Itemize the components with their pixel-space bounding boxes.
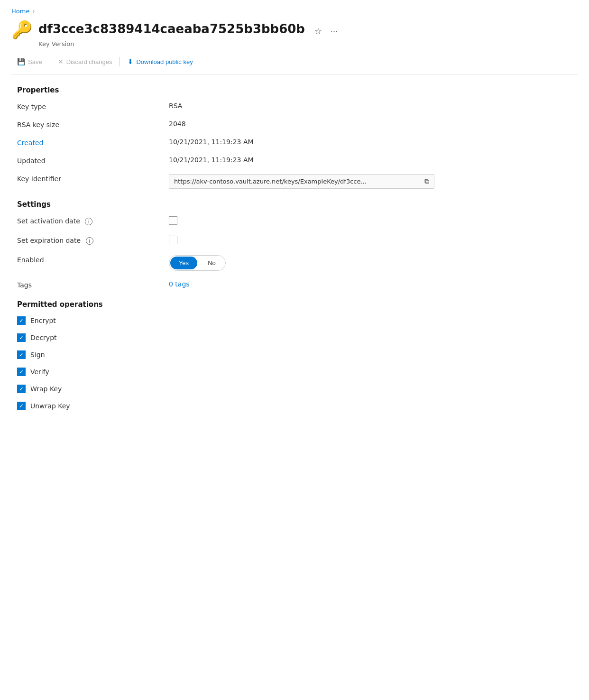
toolbar-separator bbox=[50, 57, 50, 66]
operation-checkbox[interactable] bbox=[17, 402, 26, 410]
created-label: Created bbox=[17, 138, 169, 147]
save-label: Save bbox=[28, 58, 42, 65]
rsa-key-size-label: RSA key size bbox=[17, 120, 169, 129]
discard-label: Discard changes bbox=[66, 58, 112, 65]
enabled-toggle[interactable]: Yes No bbox=[169, 255, 572, 271]
expiration-date-row: Set expiration date i bbox=[17, 236, 572, 246]
expiration-date-info-icon: i bbox=[86, 237, 93, 245]
tags-value[interactable]: 0 tags bbox=[169, 280, 572, 288]
breadcrumb: Home › bbox=[11, 8, 578, 15]
tags-row: Tags 0 tags bbox=[17, 280, 572, 289]
operation-item: Sign bbox=[17, 350, 572, 359]
created-value: 10/21/2021, 11:19:23 AM bbox=[169, 138, 572, 146]
activation-date-checkbox[interactable] bbox=[169, 216, 572, 226]
operation-item: Verify bbox=[17, 368, 572, 376]
save-icon: 💾 bbox=[17, 58, 25, 65]
updated-label: Updated bbox=[17, 156, 169, 165]
header-text: df3cce3c8389414caeaba7525b3bb60b ☆ ··· K… bbox=[38, 20, 340, 47]
activation-date-row: Set activation date i bbox=[17, 216, 572, 226]
page-title: df3cce3c8389414caeaba7525b3bb60b bbox=[38, 22, 305, 37]
created-row: Created 10/21/2021, 11:19:23 AM bbox=[17, 138, 572, 147]
operation-label: Encrypt bbox=[30, 317, 56, 324]
operation-item: Decrypt bbox=[17, 333, 572, 342]
key-identifier-value: https://akv-contoso.vault.azure.net/keys… bbox=[169, 174, 572, 189]
identifier-box: https://akv-contoso.vault.azure.net/keys… bbox=[169, 174, 434, 189]
operation-item: Encrypt bbox=[17, 316, 572, 325]
activation-date-label: Set activation date i bbox=[17, 216, 169, 225]
operation-checkbox[interactable] bbox=[17, 316, 26, 325]
operations-list: EncryptDecryptSignVerifyWrap KeyUnwrap K… bbox=[17, 316, 572, 410]
expiration-date-label: Set expiration date i bbox=[17, 236, 169, 245]
operation-item: Unwrap Key bbox=[17, 402, 572, 410]
operation-label: Wrap Key bbox=[30, 385, 62, 393]
operation-checkbox[interactable] bbox=[17, 385, 26, 393]
toolbar: 💾 Save ✕ Discard changes ⬇ Download publ… bbox=[11, 55, 578, 74]
download-public-key-button[interactable]: ⬇ Download public key bbox=[122, 55, 198, 68]
permitted-operations-title: Permitted operations bbox=[17, 300, 572, 309]
content: Properties Key type RSA RSA key size 204… bbox=[11, 86, 578, 410]
more-options-button[interactable]: ··· bbox=[329, 25, 340, 38]
key-identifier-row: Key Identifier https://akv-contoso.vault… bbox=[17, 174, 572, 189]
enabled-toggle-group: Yes No bbox=[169, 255, 226, 271]
settings-section-title: Settings bbox=[17, 200, 572, 209]
copy-identifier-button[interactable]: ⧉ bbox=[424, 177, 429, 185]
download-label: Download public key bbox=[136, 58, 193, 65]
rsa-key-size-row: RSA key size 2048 bbox=[17, 120, 572, 129]
enabled-label: Enabled bbox=[17, 255, 169, 264]
rsa-key-size-value: 2048 bbox=[169, 120, 572, 128]
activation-date-info-icon: i bbox=[85, 218, 92, 225]
enabled-row: Enabled Yes No bbox=[17, 255, 572, 271]
expiration-date-checkbox-input[interactable] bbox=[169, 236, 177, 244]
header-actions: ☆ ··· bbox=[313, 24, 340, 38]
key-type-row: Key type RSA bbox=[17, 102, 572, 111]
key-type-label: Key type bbox=[17, 102, 169, 111]
key-type-value: RSA bbox=[169, 102, 572, 110]
identifier-text: https://akv-contoso.vault.azure.net/keys… bbox=[174, 178, 421, 185]
properties-section-title: Properties bbox=[17, 86, 572, 94]
save-button[interactable]: 💾 Save bbox=[11, 55, 48, 68]
enabled-no-button[interactable]: No bbox=[198, 257, 225, 269]
pin-icon: ☆ bbox=[314, 27, 322, 36]
expiration-date-checkbox[interactable] bbox=[169, 236, 572, 246]
page-header: 🔑 df3cce3c8389414caeaba7525b3bb60b ☆ ···… bbox=[11, 20, 578, 47]
tags-link[interactable]: 0 tags bbox=[169, 280, 190, 288]
enabled-yes-button[interactable]: Yes bbox=[170, 257, 197, 269]
discard-icon: ✕ bbox=[58, 58, 64, 65]
operation-label: Decrypt bbox=[30, 334, 57, 341]
updated-row: Updated 10/21/2021, 11:19:23 AM bbox=[17, 156, 572, 165]
more-icon: ··· bbox=[331, 27, 338, 36]
key-identifier-label: Key Identifier bbox=[17, 174, 169, 183]
pin-button[interactable]: ☆ bbox=[313, 24, 324, 38]
download-icon: ⬇ bbox=[128, 58, 133, 65]
tags-label: Tags bbox=[17, 280, 169, 289]
discard-button[interactable]: ✕ Discard changes bbox=[52, 55, 118, 68]
toolbar-separator-2 bbox=[120, 57, 120, 66]
breadcrumb-separator: › bbox=[32, 8, 35, 15]
operation-label: Verify bbox=[30, 368, 49, 376]
operation-checkbox[interactable] bbox=[17, 350, 26, 359]
operation-label: Unwrap Key bbox=[30, 402, 70, 410]
operation-checkbox[interactable] bbox=[17, 333, 26, 342]
operation-item: Wrap Key bbox=[17, 385, 572, 393]
page-subtitle: Key Version bbox=[38, 40, 340, 47]
operation-checkbox[interactable] bbox=[17, 368, 26, 376]
updated-value: 10/21/2021, 11:19:23 AM bbox=[169, 156, 572, 164]
key-icon: 🔑 bbox=[11, 21, 33, 38]
breadcrumb-home[interactable]: Home bbox=[11, 8, 29, 15]
operation-label: Sign bbox=[30, 351, 45, 359]
activation-date-checkbox-input[interactable] bbox=[169, 216, 177, 225]
